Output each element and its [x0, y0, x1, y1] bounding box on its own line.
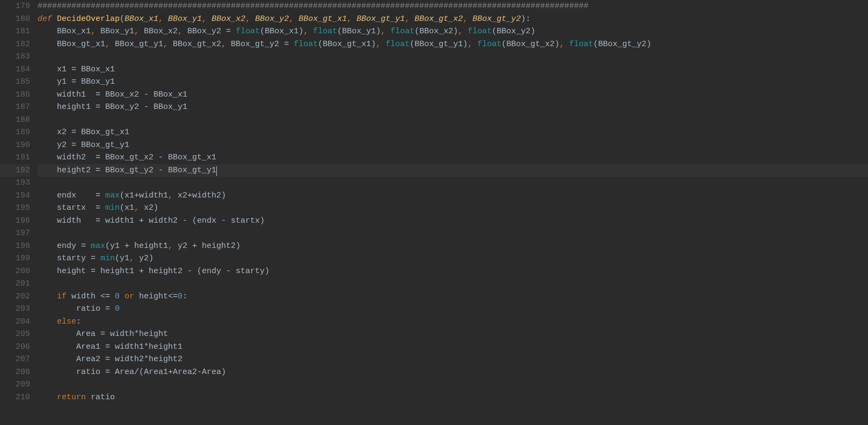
code-token: y2 = BBox_gt_y1 — [38, 141, 129, 150]
code-token: , — [163, 40, 173, 49]
code-line[interactable]: BBox_x1, BBox_y1, BBox_x2, BBox_y2 = flo… — [38, 25, 868, 38]
code-token: , — [468, 40, 477, 49]
code-token: BBox_gt_x1 — [298, 14, 347, 24]
code-token: Area2 = width2*height2 — [38, 355, 183, 364]
text-cursor — [216, 166, 217, 176]
code-token: , — [105, 40, 115, 49]
code-token: BBox_gt_x2 — [173, 40, 221, 49]
code-token: , — [289, 14, 298, 24]
code-line[interactable]: height = height1 + height2 - (endy - sta… — [38, 265, 868, 278]
code-token: x2+width2) — [178, 191, 226, 200]
line-number: 202 — [0, 290, 30, 303]
code-token: : — [183, 292, 187, 301]
code-token: , — [559, 40, 569, 49]
line-number: 207 — [0, 353, 30, 366]
code-token: ): — [521, 14, 530, 24]
line-number: 196 — [0, 215, 30, 228]
code-token: if — [57, 292, 71, 301]
code-token: BBox_y2 — [255, 14, 289, 24]
code-line[interactable]: if width <= 0 or height<=0: — [38, 290, 868, 303]
code-editor[interactable]: 1791801811821831841851861871881891901911… — [0, 0, 868, 425]
code-token: (BBox_gt_y2) — [593, 40, 651, 49]
code-line[interactable] — [38, 227, 868, 240]
code-line[interactable]: ratio = 0 — [38, 303, 868, 316]
code-token: BBox_gt_x2 — [414, 14, 463, 24]
code-token: , — [463, 14, 472, 24]
line-number: 191 — [0, 151, 30, 164]
line-number: 203 — [0, 303, 30, 316]
line-number: 182 — [0, 38, 30, 51]
line-number: 197 — [0, 227, 30, 240]
code-token: , — [458, 27, 468, 36]
line-number: 205 — [0, 328, 30, 341]
code-line[interactable] — [38, 177, 868, 189]
code-line[interactable]: starty = min(y1, y2) — [38, 252, 868, 265]
line-number: 204 — [0, 316, 30, 328]
code-line[interactable]: width1 = BBox_x2 - BBox_x1 — [38, 89, 868, 101]
code-line[interactable]: height1 = BBox_y2 - BBox_y1 — [38, 101, 868, 114]
code-token: 0 — [115, 304, 120, 313]
code-line[interactable]: Area2 = width2*height2 — [38, 353, 868, 366]
code-line[interactable] — [38, 114, 868, 127]
line-number: 187 — [0, 101, 30, 114]
line-number: 195 — [0, 202, 30, 215]
code-token: : — [76, 317, 81, 326]
code-line[interactable]: endy = max(y1 + height1, y2 + height2) — [38, 240, 868, 253]
code-line[interactable]: startx = min(x1, x2) — [38, 202, 868, 215]
code-token: max — [91, 241, 105, 251]
code-line[interactable]: x1 = BBox_x1 — [38, 63, 868, 76]
code-line[interactable]: return ratio — [38, 391, 868, 404]
code-token: float — [477, 40, 501, 49]
code-token: (BBox_gt_y1) — [410, 40, 468, 49]
code-line[interactable]: ratio = Area/(Area1+Area2-Area) — [38, 366, 868, 379]
code-token: ratio = Area/(Area1+Area2-Area) — [38, 368, 226, 377]
line-number: 183 — [0, 50, 30, 63]
code-token: width2 = BBox_gt_x2 - BBox_gt_x1 — [38, 153, 216, 162]
code-token: , — [347, 14, 356, 24]
line-number: 189 — [0, 126, 30, 139]
code-token: float — [313, 27, 337, 36]
code-token: , — [158, 14, 168, 24]
code-token — [38, 393, 57, 402]
code-token: y2 + height2) — [178, 241, 240, 251]
code-token: BBox_y1 — [100, 27, 134, 36]
code-line[interactable] — [38, 277, 868, 290]
code-token: 0 — [115, 292, 120, 301]
code-line[interactable] — [38, 50, 868, 63]
code-token: 0 — [178, 292, 183, 301]
code-token: BBox_x2 — [144, 27, 178, 36]
line-number: 190 — [0, 139, 30, 152]
code-token: Area1 = width1*height1 — [38, 342, 183, 351]
code-line[interactable]: width2 = BBox_gt_x2 - BBox_gt_x1 — [38, 151, 868, 164]
code-token: BBox_gt_y2 — [472, 14, 521, 24]
code-token: BBox_gt_x1 — [38, 40, 105, 49]
code-token: or — [125, 292, 139, 301]
line-number: 181 — [0, 25, 30, 38]
code-token: (y1 — [115, 254, 129, 263]
code-line[interactable]: endx = max(x1+width1, x2+width2) — [38, 189, 868, 202]
code-line[interactable] — [38, 378, 868, 391]
code-token: height = height1 + height2 - (endy - sta… — [38, 267, 269, 276]
code-line[interactable]: else: — [38, 316, 868, 328]
code-line[interactable]: x2 = BBox_gt_x1 — [38, 126, 868, 139]
line-number: 201 — [0, 277, 30, 290]
code-token — [38, 292, 57, 301]
code-line[interactable]: y1 = BBox_y1 — [38, 76, 868, 89]
code-token — [38, 317, 57, 326]
code-line[interactable]: height2 = BBox_gt_y2 - BBox_gt_y1 — [38, 164, 868, 177]
code-line[interactable]: Area = width*height — [38, 328, 868, 341]
code-line[interactable]: BBox_gt_x1, BBox_gt_y1, BBox_gt_x2, BBox… — [38, 38, 868, 51]
code-token: (x1 — [120, 203, 134, 213]
code-line[interactable]: width = width1 + width2 - (endx - startx… — [38, 215, 868, 228]
code-token: BBox_x1 — [38, 27, 91, 36]
code-line[interactable]: y2 = BBox_gt_y1 — [38, 139, 868, 152]
code-token: (BBox_x1) — [260, 27, 303, 36]
code-line[interactable]: Area1 = width1*height1 — [38, 341, 868, 354]
code-line[interactable]: ########################################… — [38, 0, 868, 13]
code-token: width <= — [71, 292, 115, 301]
code-area[interactable]: ########################################… — [38, 0, 868, 425]
code-token: y1 = BBox_y1 — [38, 77, 115, 86]
code-token: ( — [120, 14, 125, 24]
code-token: float — [468, 27, 492, 36]
code-line[interactable]: def DecideOverlap(BBox_x1, BBox_y1, BBox… — [38, 13, 868, 26]
